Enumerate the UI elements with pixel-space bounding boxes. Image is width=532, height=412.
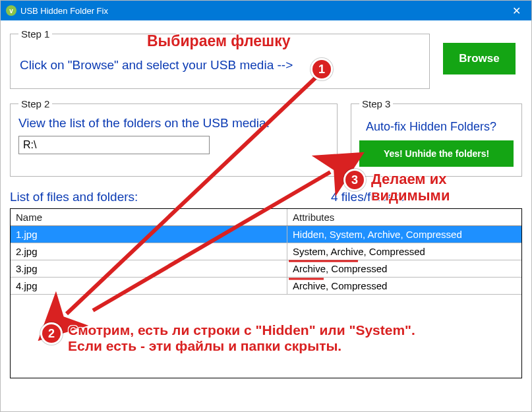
path-input[interactable]: [18, 136, 210, 154]
table-row[interactable]: 3.jpgArchive, Compressed: [11, 260, 521, 278]
step1-group: Step 1 Click on "Browse" and select your…: [10, 28, 430, 89]
app-icon: v: [6, 5, 16, 16]
column-header-name[interactable]: Name: [11, 209, 287, 225]
window-title: USB Hidden Folder Fix: [20, 6, 108, 16]
cell-attributes: Archive, Compressed: [287, 260, 521, 277]
cell-name: 3.jpg: [11, 260, 287, 277]
cell-name: 2.jpg: [11, 243, 287, 260]
cell-name: 4.jpg: [11, 278, 287, 294]
table-row[interactable]: 1.jpgHidden, System, Archive, Compressed: [11, 226, 521, 243]
list-heading: List of files and folders:: [10, 190, 331, 204]
step2-instruction: View the list of the folders on the USB …: [18, 116, 329, 131]
cell-name: 1.jpg: [11, 226, 287, 243]
file-list[interactable]: Name Attributes 1.jpgHidden, System, Arc…: [10, 208, 522, 378]
table-row[interactable]: 4.jpgArchive, Compressed: [11, 278, 521, 295]
step1-legend: Step 1: [18, 28, 52, 40]
step3-question: Auto-fix Hidden Folders?: [366, 120, 514, 134]
close-icon: ✕: [512, 5, 521, 17]
close-button[interactable]: ✕: [501, 1, 531, 20]
table-row[interactable]: 2.jpgSystem, Archive, Compressed: [11, 243, 521, 260]
step2-group: Step 2 View the list of the folders on t…: [10, 98, 338, 177]
step3-group: Step 3 Auto-fix Hidden Folders? Yes! Unh…: [351, 98, 522, 177]
content-area: Step 1 Click on "Browse" and select your…: [1, 20, 531, 378]
file-count-label: 4 files/folders: [331, 190, 522, 204]
step3-legend: Step 3: [359, 98, 393, 109]
title-bar: v USB Hidden Folder Fix ✕: [1, 1, 531, 20]
file-list-header: Name Attributes: [11, 209, 521, 226]
cell-attributes: System, Archive, Compressed: [287, 243, 521, 260]
step2-legend: Step 2: [18, 98, 52, 109]
cell-attributes: Hidden, System, Archive, Compressed: [287, 226, 521, 243]
unhide-button[interactable]: Yes! Unhide the folders!: [359, 140, 514, 167]
step1-instruction: Click on "Browse" and select your USB me…: [18, 46, 421, 79]
column-header-attributes[interactable]: Attributes: [287, 209, 521, 225]
browse-button[interactable]: Browse: [443, 43, 515, 74]
cell-attributes: Archive, Compressed: [287, 278, 521, 294]
